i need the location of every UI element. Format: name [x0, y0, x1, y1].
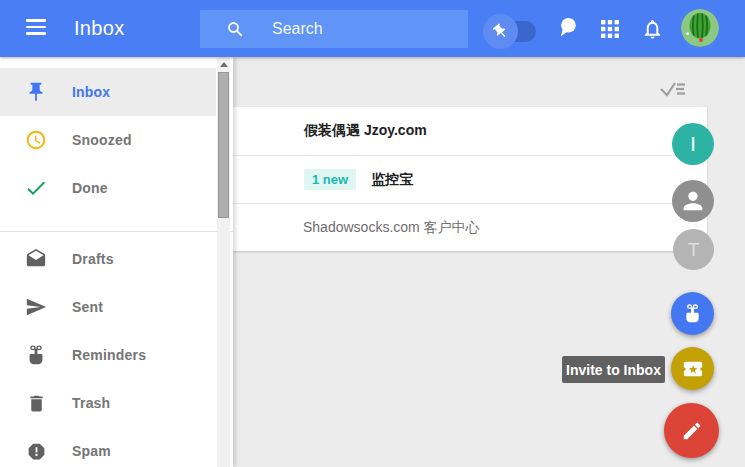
menu-icon[interactable] [26, 19, 46, 36]
sidebar-scrollbar[interactable] [217, 57, 230, 467]
spam-icon [24, 439, 48, 463]
email-row[interactable]: Shadowsocks.com 客户中心 [233, 203, 707, 251]
sidebar-item-label: Reminders [72, 347, 146, 363]
sidebar-item-drafts[interactable]: Drafts [0, 235, 216, 283]
pin-icon [489, 20, 513, 44]
person-icon [679, 187, 707, 215]
watermelon-avatar-image [681, 9, 719, 47]
reminder-hand-icon [24, 343, 48, 367]
sidebar-item-done[interactable]: Done [0, 164, 216, 212]
reminder-hand-icon [682, 303, 703, 324]
invite-tooltip: Invite to Inbox [562, 356, 665, 383]
notifications-bell-icon[interactable] [640, 16, 664, 41]
pencil-icon [681, 420, 703, 442]
email-sender: 监控宝 [371, 171, 413, 189]
inbox-app-window: Inbox Search [0, 0, 745, 467]
ticket-star-icon [682, 358, 704, 380]
pinned-toggle[interactable] [483, 14, 537, 50]
sidebar-item-trash[interactable]: Trash [0, 379, 216, 427]
clock-icon [24, 128, 48, 152]
email-list-card: 假装偶遇 Jzoy.com 1 new 监控宝 Shadowsocks.com … [233, 107, 707, 251]
sidebar-item-spam[interactable]: Spam [0, 427, 216, 467]
sidebar-item-sent[interactable]: Sent [0, 283, 216, 331]
create-reminder-button[interactable] [671, 292, 714, 335]
scrollbar-thumb[interactable] [218, 72, 229, 218]
account-avatar[interactable] [681, 9, 719, 47]
sidebar-item-label: Trash [72, 395, 110, 411]
compose-button[interactable] [664, 403, 719, 458]
sidebar-item-label: Inbox [72, 84, 110, 100]
sidebar-item-label: Spam [72, 443, 111, 459]
sender-avatar-t[interactable]: T [673, 229, 714, 270]
new-count-badge: 1 new [304, 169, 356, 190]
drafts-icon [24, 247, 48, 271]
scrollbar-up-arrow[interactable] [220, 62, 228, 67]
sidebar-item-label: Snoozed [72, 132, 132, 148]
check-icon [24, 176, 48, 200]
feedback-balloon-icon[interactable] [556, 15, 580, 41]
page-title: Inbox [74, 0, 124, 57]
sidebar-divider [0, 231, 233, 232]
invite-to-inbox-button[interactable] [671, 347, 714, 390]
tooltip-label: Invite to Inbox [566, 362, 661, 378]
sweep-done-icon[interactable] [658, 76, 688, 102]
search-icon [226, 20, 244, 38]
sidebar-item-label: Drafts [72, 251, 114, 267]
sidebar: Inbox Snoozed Done [0, 57, 233, 467]
email-sender: Shadowsocks.com 客户中心 [303, 219, 480, 237]
email-row[interactable]: 假装偶遇 Jzoy.com [233, 107, 707, 155]
search-placeholder: Search [272, 20, 323, 38]
sidebar-item-label: Sent [72, 299, 103, 315]
trash-icon [24, 391, 48, 415]
sidebar-item-inbox[interactable]: Inbox [0, 68, 216, 116]
apps-grid-icon[interactable] [599, 18, 620, 39]
sender-avatar-person[interactable] [672, 180, 714, 222]
sidebar-item-reminders[interactable]: Reminders [0, 331, 216, 379]
email-sender: 假装偶遇 Jzoy.com [304, 122, 427, 140]
avatar-initial: T [688, 239, 700, 261]
pin-icon [24, 80, 48, 104]
toggle-knob [483, 14, 518, 49]
email-row[interactable]: 1 new 监控宝 [233, 155, 707, 203]
avatar-initial: I [690, 133, 696, 156]
sender-avatar-i[interactable]: I [672, 123, 714, 165]
send-icon [24, 295, 48, 319]
sidebar-item-label: Done [72, 180, 108, 196]
app-bar: Inbox Search [0, 0, 745, 57]
search-input[interactable]: Search [200, 10, 468, 48]
sidebar-item-snoozed[interactable]: Snoozed [0, 116, 216, 164]
